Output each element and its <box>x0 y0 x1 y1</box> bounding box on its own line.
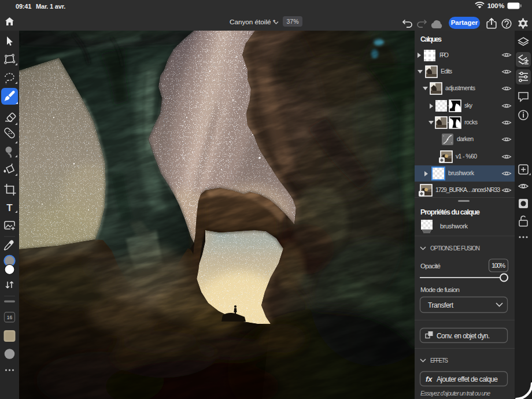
svg-text:Conv. en objet dyn.: Conv. en objet dyn. <box>437 332 490 340</box>
svg-text:brushwork: brushwork <box>440 223 468 230</box>
svg-text:EFFETS: EFFETS <box>430 357 448 364</box>
svg-text:Edits: Edits <box>441 68 452 75</box>
svg-text:Opacité: Opacité <box>420 263 441 269</box>
svg-text:sky: sky <box>464 102 473 109</box>
svg-text:OPTIONS DE FUSION: OPTIONS DE FUSION <box>430 245 480 252</box>
svg-text:Essayez d’ajouter un trait ou: Essayez d’ajouter un trait ou une <box>420 390 490 397</box>
svg-text:Transfert: Transfert <box>428 301 454 309</box>
svg-text:fx: fx <box>426 375 433 383</box>
svg-text:darken: darken <box>457 135 474 142</box>
svg-text:Propriétés du calque: Propriétés du calque <box>420 208 480 216</box>
svg-text:brushwork: brushwork <box>448 169 475 176</box>
svg-text:16: 16 <box>7 315 13 320</box>
svg-text:FPO: FPO <box>439 51 449 58</box>
svg-text:100%: 100% <box>492 262 505 269</box>
svg-text:Mode de fusion: Mode de fusion <box>420 286 460 293</box>
svg-text:T: T <box>6 202 13 213</box>
svg-text:adjustments: adjustments <box>445 84 475 91</box>
svg-text:v1 - %60: v1 - %60 <box>456 153 477 160</box>
svg-text:Calques: Calques <box>420 35 442 43</box>
svg-text:Ajouter effet de calque: Ajouter effet de calque <box>437 375 498 383</box>
svg-text:1729_BURKA…anced-NR33: 1729_BURKA…anced-NR33 <box>435 186 500 193</box>
svg-text:rocks: rocks <box>464 119 478 125</box>
